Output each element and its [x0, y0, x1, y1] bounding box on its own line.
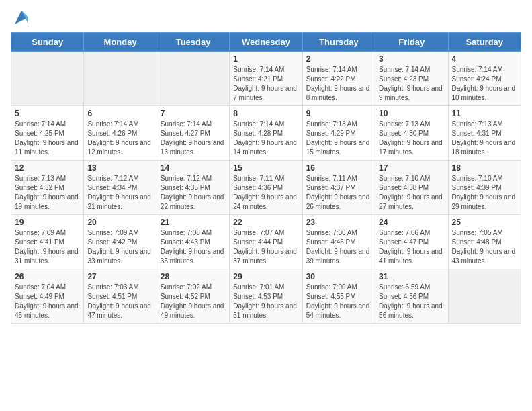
calendar-cell: 27Sunrise: 7:03 AM Sunset: 4:51 PM Dayli… — [84, 269, 157, 324]
day-info: Sunrise: 7:09 AM Sunset: 4:42 PM Dayligh… — [87, 228, 152, 266]
day-number: 23 — [306, 218, 371, 227]
day-number: 27 — [87, 272, 152, 281]
calendar-week-row: 5Sunrise: 7:14 AM Sunset: 4:25 PM Daylig… — [11, 106, 521, 161]
day-number: 12 — [15, 163, 80, 173]
day-info: Sunrise: 7:13 AM Sunset: 4:32 PM Dayligh… — [15, 174, 80, 212]
day-info: Sunrise: 7:07 AM Sunset: 4:44 PM Dayligh… — [233, 228, 298, 266]
calendar-header-thursday: Thursday — [302, 33, 375, 52]
day-number: 5 — [15, 109, 80, 118]
day-info: Sunrise: 7:09 AM Sunset: 4:41 PM Dayligh… — [15, 228, 80, 266]
calendar-cell: 9Sunrise: 7:13 AM Sunset: 4:29 PM Daylig… — [302, 106, 375, 161]
calendar-cell: 6Sunrise: 7:14 AM Sunset: 4:26 PM Daylig… — [84, 106, 157, 161]
day-info: Sunrise: 7:03 AM Sunset: 4:51 PM Dayligh… — [87, 283, 152, 320]
day-number: 9 — [306, 109, 371, 118]
calendar-header-tuesday: Tuesday — [157, 33, 229, 52]
day-info: Sunrise: 7:14 AM Sunset: 4:25 PM Dayligh… — [15, 120, 80, 157]
day-info: Sunrise: 7:14 AM Sunset: 4:28 PM Dayligh… — [233, 120, 298, 157]
day-number: 31 — [379, 272, 444, 281]
day-number: 28 — [161, 272, 226, 281]
calendar-header-friday: Friday — [375, 33, 448, 52]
day-info: Sunrise: 7:14 AM Sunset: 4:24 PM Dayligh… — [452, 65, 517, 103]
calendar-cell: 14Sunrise: 7:12 AM Sunset: 4:35 PM Dayli… — [157, 161, 229, 215]
day-info: Sunrise: 7:06 AM Sunset: 4:47 PM Dayligh… — [379, 228, 444, 266]
calendar-cell — [448, 269, 521, 324]
calendar-cell: 2Sunrise: 7:14 AM Sunset: 4:22 PM Daylig… — [302, 52, 375, 106]
calendar-header-wednesday: Wednesday — [230, 33, 302, 52]
day-number: 13 — [87, 163, 152, 173]
day-info: Sunrise: 7:06 AM Sunset: 4:46 PM Dayligh… — [306, 228, 371, 266]
calendar-cell: 16Sunrise: 7:11 AM Sunset: 4:37 PM Dayli… — [302, 161, 375, 215]
calendar-cell: 15Sunrise: 7:11 AM Sunset: 4:36 PM Dayli… — [230, 161, 302, 215]
day-info: Sunrise: 7:01 AM Sunset: 4:53 PM Dayligh… — [233, 283, 298, 320]
day-number: 30 — [306, 272, 371, 281]
day-info: Sunrise: 7:14 AM Sunset: 4:21 PM Dayligh… — [233, 65, 298, 103]
day-info: Sunrise: 6:59 AM Sunset: 4:56 PM Dayligh… — [379, 283, 444, 320]
logo-icon — [12, 8, 31, 27]
day-info: Sunrise: 7:14 AM Sunset: 4:27 PM Dayligh… — [161, 120, 226, 157]
calendar-header-monday: Monday — [84, 33, 157, 52]
calendar-cell: 28Sunrise: 7:02 AM Sunset: 4:52 PM Dayli… — [157, 269, 229, 324]
day-number: 11 — [452, 109, 517, 118]
calendar-cell: 22Sunrise: 7:07 AM Sunset: 4:44 PM Dayli… — [230, 215, 302, 269]
calendar-week-row: 19Sunrise: 7:09 AM Sunset: 4:41 PM Dayli… — [11, 215, 521, 269]
day-number: 18 — [452, 163, 517, 173]
calendar-cell: 17Sunrise: 7:10 AM Sunset: 4:38 PM Dayli… — [375, 161, 448, 215]
day-number: 15 — [233, 163, 298, 173]
day-info: Sunrise: 7:11 AM Sunset: 4:36 PM Dayligh… — [233, 174, 298, 212]
day-info: Sunrise: 7:13 AM Sunset: 4:29 PM Dayligh… — [306, 120, 371, 157]
day-number: 3 — [379, 54, 444, 64]
calendar-cell: 24Sunrise: 7:06 AM Sunset: 4:47 PM Dayli… — [375, 215, 448, 269]
calendar-cell: 5Sunrise: 7:14 AM Sunset: 4:25 PM Daylig… — [11, 106, 84, 161]
day-info: Sunrise: 7:12 AM Sunset: 4:35 PM Dayligh… — [161, 174, 226, 212]
calendar-table: SundayMondayTuesdayWednesdayThursdayFrid… — [11, 32, 521, 324]
calendar-cell: 26Sunrise: 7:04 AM Sunset: 4:49 PM Dayli… — [11, 269, 84, 324]
page: SundayMondayTuesdayWednesdayThursdayFrid… — [0, 0, 532, 411]
day-number: 16 — [306, 163, 371, 173]
calendar-week-row: 26Sunrise: 7:04 AM Sunset: 4:49 PM Dayli… — [11, 269, 521, 324]
day-info: Sunrise: 7:14 AM Sunset: 4:26 PM Dayligh… — [87, 120, 152, 157]
calendar-header-saturday: Saturday — [448, 33, 521, 52]
calendar-cell: 13Sunrise: 7:12 AM Sunset: 4:34 PM Dayli… — [84, 161, 157, 215]
day-number: 25 — [452, 218, 517, 227]
calendar-cell — [157, 52, 229, 106]
calendar-cell: 4Sunrise: 7:14 AM Sunset: 4:24 PM Daylig… — [448, 52, 521, 106]
calendar-cell: 20Sunrise: 7:09 AM Sunset: 4:42 PM Dayli… — [84, 215, 157, 269]
calendar-cell: 21Sunrise: 7:08 AM Sunset: 4:43 PM Dayli… — [157, 215, 229, 269]
day-number: 21 — [161, 218, 226, 227]
calendar-cell — [84, 52, 157, 106]
day-info: Sunrise: 7:13 AM Sunset: 4:31 PM Dayligh… — [452, 120, 517, 157]
day-number: 26 — [15, 272, 80, 281]
logo — [11, 8, 31, 27]
calendar-cell: 8Sunrise: 7:14 AM Sunset: 4:28 PM Daylig… — [230, 106, 302, 161]
day-info: Sunrise: 7:10 AM Sunset: 4:38 PM Dayligh… — [379, 174, 444, 212]
calendar-header-row: SundayMondayTuesdayWednesdayThursdayFrid… — [11, 33, 521, 52]
day-number: 7 — [161, 109, 226, 118]
calendar-cell: 11Sunrise: 7:13 AM Sunset: 4:31 PM Dayli… — [448, 106, 521, 161]
calendar-cell: 12Sunrise: 7:13 AM Sunset: 4:32 PM Dayli… — [11, 161, 84, 215]
day-info: Sunrise: 7:14 AM Sunset: 4:22 PM Dayligh… — [306, 65, 371, 103]
day-number: 29 — [233, 272, 298, 281]
calendar-cell: 30Sunrise: 7:00 AM Sunset: 4:55 PM Dayli… — [302, 269, 375, 324]
day-number: 10 — [379, 109, 444, 118]
day-info: Sunrise: 7:11 AM Sunset: 4:37 PM Dayligh… — [306, 174, 371, 212]
day-number: 4 — [452, 54, 517, 64]
calendar-cell — [11, 52, 84, 106]
calendar-cell: 23Sunrise: 7:06 AM Sunset: 4:46 PM Dayli… — [302, 215, 375, 269]
day-number: 20 — [87, 218, 152, 227]
day-number: 24 — [379, 218, 444, 227]
day-number: 1 — [233, 54, 298, 64]
day-info: Sunrise: 7:12 AM Sunset: 4:34 PM Dayligh… — [87, 174, 152, 212]
day-info: Sunrise: 7:13 AM Sunset: 4:30 PM Dayligh… — [379, 120, 444, 157]
calendar-week-row: 12Sunrise: 7:13 AM Sunset: 4:32 PM Dayli… — [11, 161, 521, 215]
day-number: 22 — [233, 218, 298, 227]
calendar-cell: 31Sunrise: 6:59 AM Sunset: 4:56 PM Dayli… — [375, 269, 448, 324]
day-number: 2 — [306, 54, 371, 64]
day-info: Sunrise: 7:04 AM Sunset: 4:49 PM Dayligh… — [15, 283, 80, 320]
calendar-cell: 18Sunrise: 7:10 AM Sunset: 4:39 PM Dayli… — [448, 161, 521, 215]
calendar-week-row: 1Sunrise: 7:14 AM Sunset: 4:21 PM Daylig… — [11, 52, 521, 106]
day-number: 14 — [161, 163, 226, 173]
calendar-cell: 1Sunrise: 7:14 AM Sunset: 4:21 PM Daylig… — [230, 52, 302, 106]
calendar-header-sunday: Sunday — [11, 33, 84, 52]
day-info: Sunrise: 7:00 AM Sunset: 4:55 PM Dayligh… — [306, 283, 371, 320]
day-number: 8 — [233, 109, 298, 118]
